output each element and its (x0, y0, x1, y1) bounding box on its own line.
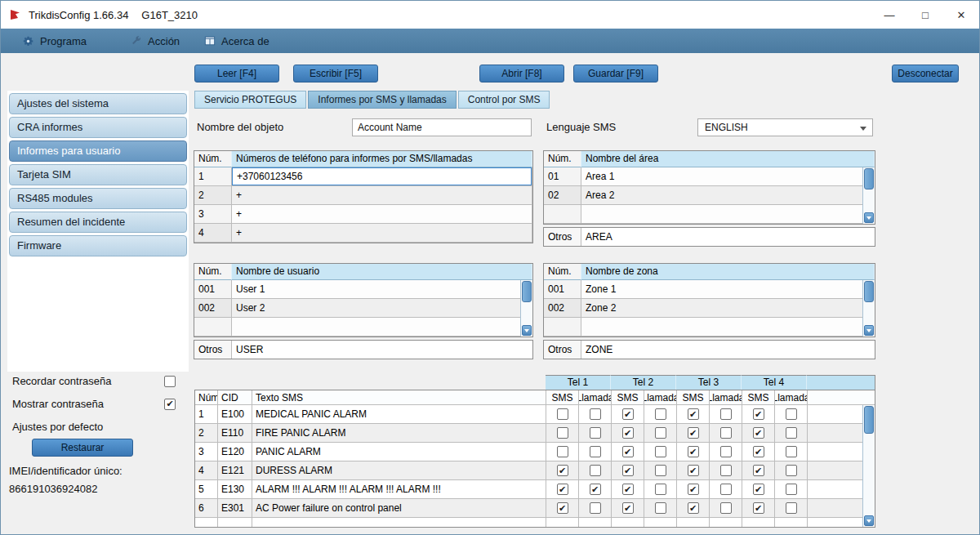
users-name-cell[interactable] (232, 318, 532, 337)
zones-name-cell[interactable] (581, 318, 875, 337)
checkbox-unchecked[interactable] (720, 446, 732, 457)
checkbox-checked[interactable] (688, 408, 699, 420)
checkbox-checked[interactable] (622, 484, 634, 495)
checkbox-checked[interactable] (753, 427, 764, 439)
checkbox-unchecked[interactable] (655, 408, 666, 420)
tab-informes-por-sms-y-llamadas[interactable]: Informes por SMS y llamadas (308, 91, 456, 109)
checkbox-checked[interactable] (688, 465, 699, 476)
scroll-down-button[interactable] (864, 325, 874, 336)
checkbox-checked[interactable] (622, 446, 634, 457)
users-others-value[interactable]: USER (232, 341, 532, 359)
areas-name-cell[interactable]: Area 1 (581, 167, 875, 186)
checkbox-unchecked[interactable] (590, 465, 601, 476)
checkbox-unchecked[interactable] (557, 446, 568, 457)
areas-name-cell[interactable] (581, 205, 875, 224)
scroll-down-button[interactable] (522, 325, 532, 336)
checkbox-unchecked[interactable] (786, 465, 797, 476)
checkbox-unchecked[interactable] (655, 427, 666, 439)
sms-language-select[interactable]: ENGLISH (697, 118, 873, 136)
areas-scrollbar[interactable] (862, 167, 875, 224)
checkbox-checked[interactable] (688, 446, 699, 457)
sidebar-item-rs485-modules[interactable]: RS485 modules (9, 188, 187, 209)
scroll-down-button[interactable] (864, 212, 874, 223)
checkbox-checked[interactable] (557, 465, 568, 476)
sidebar-item-tarjeta-sim[interactable]: Tarjeta SIM (9, 164, 187, 185)
sidebar-item-firmware[interactable]: Firmware (9, 235, 187, 256)
checkbox-unchecked[interactable] (720, 427, 732, 439)
checkbox-unchecked[interactable] (786, 446, 797, 457)
checkbox-unchecked[interactable] (590, 427, 601, 439)
sidebar-item-resumen-del-incidente[interactable]: Resumen del incidente (9, 212, 187, 233)
users-name-cell[interactable]: User 2 (232, 299, 532, 318)
zones-name-cell[interactable]: Zone 1 (581, 280, 875, 299)
restore-button[interactable]: Restaurar (32, 439, 133, 457)
checkbox-checked[interactable] (557, 484, 568, 495)
checkbox-checked[interactable] (688, 427, 699, 439)
checkbox-unchecked[interactable] (720, 408, 732, 420)
open-button[interactable]: Abrir [F8] (479, 65, 564, 82)
checkbox-checked[interactable] (590, 484, 601, 495)
checkbox-unchecked[interactable] (557, 427, 568, 439)
phone-value-cell[interactable]: + (232, 224, 532, 243)
checkbox-checked[interactable] (688, 484, 699, 495)
sidebar-item-cra-informes[interactable]: CRA informes (9, 117, 187, 138)
minimize-button[interactable]: — (871, 1, 907, 29)
zones-name-cell[interactable]: Zone 2 (581, 299, 875, 318)
checkbox-checked[interactable] (622, 408, 634, 420)
checkbox-checked[interactable] (753, 408, 764, 420)
checkbox-unchecked[interactable] (590, 502, 601, 514)
checkbox-checked[interactable] (753, 484, 764, 495)
maximize-button[interactable]: □ (907, 1, 943, 29)
scroll-down-button[interactable] (864, 515, 874, 526)
menu-item-programa[interactable]: Programa (16, 29, 93, 53)
checkbox-unchecked[interactable] (655, 484, 666, 495)
areas-others-value[interactable]: AREA (581, 228, 875, 246)
checkbox-checked[interactable] (753, 446, 764, 457)
checkbox-unchecked[interactable] (590, 408, 601, 420)
users-name-cell[interactable]: User 1 (232, 280, 532, 299)
scrollbar-thumb[interactable] (864, 406, 874, 434)
tab-control-por-sms[interactable]: Control por SMS (458, 91, 550, 109)
checkbox-unchecked[interactable] (786, 484, 797, 495)
scrollbar-thumb[interactable] (522, 281, 532, 302)
object-name-input[interactable]: Account Name (352, 118, 532, 136)
disconnect-button[interactable]: Desconectar (892, 65, 959, 82)
events-scrollbar[interactable] (862, 405, 875, 527)
write-button[interactable]: Escribir [F5] (293, 65, 378, 82)
scrollbar-thumb[interactable] (864, 281, 874, 302)
checkbox-unchecked[interactable] (786, 502, 797, 514)
sidebar-item-informes-para-usuario[interactable]: Informes para usuario (9, 140, 187, 162)
menu-item-accion[interactable]: Acción (124, 29, 186, 53)
checkbox-checked[interactable] (622, 502, 634, 514)
save-button[interactable]: Guardar [F9] (573, 65, 658, 82)
checkbox-unchecked[interactable] (655, 502, 666, 514)
users-scrollbar[interactable] (520, 280, 532, 337)
scrollbar-thumb[interactable] (864, 168, 874, 189)
checkbox-checked[interactable] (622, 427, 634, 439)
checkbox-unchecked[interactable] (786, 408, 797, 420)
checkbox-checked[interactable] (557, 502, 568, 514)
phone-value-cell[interactable]: + (232, 186, 532, 205)
checkbox-unchecked[interactable] (720, 484, 732, 495)
zones-scrollbar[interactable] (862, 280, 875, 337)
checkbox-checked[interactable] (753, 465, 764, 476)
checkbox-checked[interactable] (753, 502, 764, 514)
read-button[interactable]: Leer [F4] (194, 65, 279, 82)
remember-password-checkbox[interactable] (164, 376, 176, 387)
close-button[interactable]: ✕ (943, 1, 979, 29)
checkbox-unchecked[interactable] (720, 465, 732, 476)
tab-servicio-protegus[interactable]: Servicio PROTEGUS (194, 91, 306, 109)
checkbox-checked[interactable] (622, 465, 634, 476)
areas-name-cell[interactable]: Area 2 (581, 186, 875, 205)
checkbox-checked[interactable] (688, 502, 699, 514)
checkbox-unchecked[interactable] (655, 446, 666, 457)
checkbox-unchecked[interactable] (655, 465, 666, 476)
phone-number-input[interactable]: +37060123456 (232, 167, 532, 185)
show-password-checkbox[interactable] (164, 399, 176, 410)
checkbox-unchecked[interactable] (590, 446, 601, 457)
checkbox-unchecked[interactable] (786, 427, 797, 439)
menu-item-acerca-de[interactable]: Acerca de (198, 29, 276, 53)
checkbox-unchecked[interactable] (557, 408, 568, 420)
checkbox-unchecked[interactable] (720, 502, 732, 514)
zones-others-value[interactable]: ZONE (581, 341, 875, 359)
